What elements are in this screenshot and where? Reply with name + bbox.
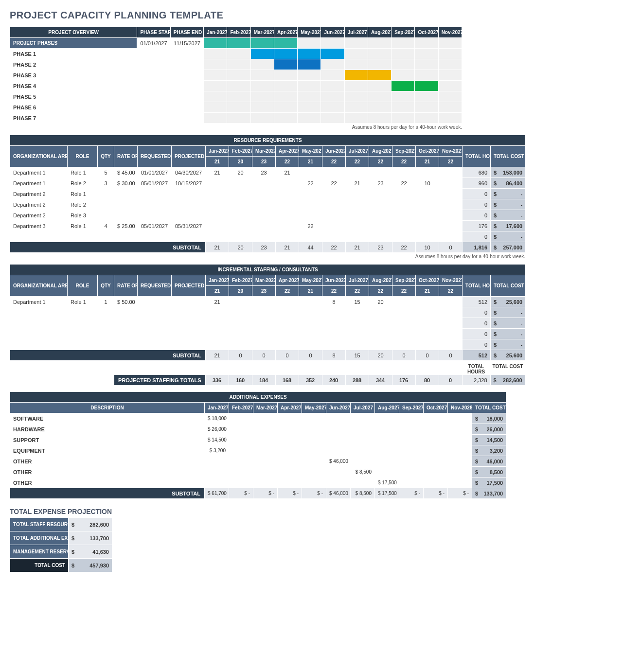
table-row: TOTAL STAFF RESOURCE$282,600 [10,518,112,531]
table-row: Department 1Role 11$ 50.002181520512$25,… [10,297,526,307]
overview-table: PROJECT OVERVIEWPHASE STARTPHASE ENDJan-… [10,27,462,124]
table-row: MANAGEMENT RESERVE (10%)$41,630 [10,545,112,559]
table-row: 0$- [10,329,526,339]
overview-row: PHASE 6 [10,102,462,113]
table-row: OTHER$ 8,500$8,500 [10,467,506,477]
table-row: SOFTWARE$ 18,000$18,000 [10,413,506,424]
incremental-table: INCREMENTAL STAFFING / CONSULTANTSORGANI… [10,264,526,361]
table-row: 0$- [10,339,526,350]
overview-row: PHASE 1 [10,49,462,59]
overview-row: PHASE 5 [10,91,462,102]
table-row: Department 1Role 15$ 45.0001/01/202704/3… [10,167,526,178]
overview-row: PROJECT PHASES01/01/202711/15/2027 [10,38,462,49]
table-row: TOTAL ADDITIONAL EXPENSES$133,700 [10,531,112,545]
table-row: Department 2Role 10$- [10,189,526,199]
note-text: Assumes 8 hours per day for a 40-hour wo… [10,124,462,130]
table-row: Department 3Role 14$ 25.0005/01/202705/3… [10,221,526,231]
expenses-table: ADDITIONAL EXPENSESDESCRIPTIONJan-2027Fe… [10,391,506,499]
table-row: TOTAL COST$457,930 [10,559,112,572]
resource-table: RESOURCE REQUIREMENTSORGANIZATIONAL AREA… [10,135,526,253]
table-row: OTHER$ 46,000$46,000 [10,456,506,467]
table-row: HARDWARE$ 26,000$26,000 [10,424,506,435]
note-text-2: Assumes 8 hours per day for a 40-hour wo… [10,254,525,259]
overview-row: PHASE 3 [10,70,462,81]
table-row: EQUIPMENT$ 3,200$3,200 [10,445,506,456]
projection-title: TOTAL EXPENSE PROJECTION [10,508,631,515]
total-cost-label: TOTAL COST [490,364,525,374]
projection-table: TOTAL STAFF RESOURCE$282,600TOTAL ADDITI… [10,517,112,572]
table-row: 0$- [10,318,526,329]
table-row: OTHER$ 17,500$17,500 [10,477,506,488]
total-hours-label: TOTAL HOURS [462,364,490,374]
table-row: 0$- [10,307,526,318]
overview-row: PHASE 7 [10,113,462,124]
page-title: PROJECT CAPACITY PLANNING TEMPLATE [10,10,631,21]
table-row: Department 2Role 30$- [10,210,526,221]
table-row: Department 1Role 23$ 30.0005/01/202710/1… [10,178,526,189]
table-row: Department 2Role 20$- [10,199,526,210]
table-row: SUPPORT$ 14,500$14,500 [10,435,506,445]
overview-row: PHASE 4 [10,81,462,91]
table-row: 0$- [10,231,526,242]
overview-row: PHASE 2 [10,59,462,70]
staff-totals-table: PROJECTED STAFFING TOTALS336160184168352… [10,374,526,386]
